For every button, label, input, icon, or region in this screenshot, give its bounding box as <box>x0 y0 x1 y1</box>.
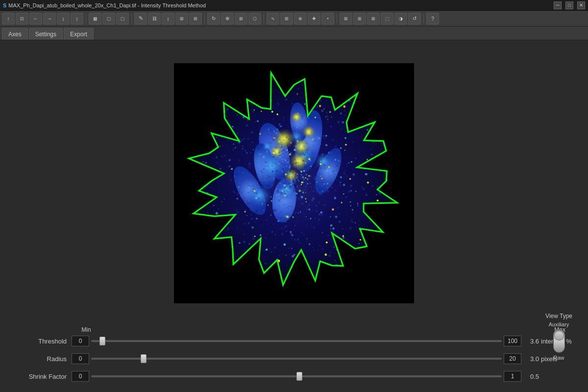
view-toggle[interactable] <box>553 329 565 353</box>
minimize-button[interactable]: ─ <box>554 1 562 9</box>
toolbar-rotate-ccw[interactable]: ↺ <box>408 13 421 24</box>
radius-max-input[interactable] <box>504 353 521 364</box>
toolbar-sep-2 <box>131 14 132 24</box>
toolbar-hexagon[interactable]: ⬡ <box>248 13 261 24</box>
threshold-value: 3.6 <box>521 338 541 345</box>
maximize-button[interactable]: □ <box>565 1 573 9</box>
titlebar-title: MAX_Ph_Dapi_atub_boiled_whole_20x_Ch1_Da… <box>8 2 206 8</box>
radius-slider-thumb[interactable] <box>141 354 147 363</box>
threshold-max-input[interactable] <box>504 336 521 346</box>
shrink-factor-value: 0.5 <box>521 373 541 380</box>
toolbar-box5[interactable]: ⬚ <box>381 13 393 24</box>
toolbar-box2[interactable]: ⊞ <box>340 13 352 24</box>
threshold-label: Threshold <box>8 338 72 345</box>
toolbar-sep-4 <box>264 14 264 24</box>
toolbar-help[interactable]: ? <box>426 13 439 24</box>
min-label: Min <box>76 326 96 333</box>
shrink-factor-min-input[interactable] <box>72 371 89 382</box>
toolbar-dot[interactable]: • <box>321 13 334 24</box>
toolbar-plus[interactable]: ⊕ <box>294 13 307 24</box>
toolbar-link[interactable]: ⛓ <box>148 13 161 24</box>
toolbar-pencil[interactable]: ✎ <box>134 13 147 24</box>
toolbar-halfcircle[interactable]: ◑ <box>394 13 407 24</box>
toolbar-pan-vert2[interactable]: ↕ <box>71 13 83 24</box>
microscope-image <box>174 63 414 303</box>
shrink-factor-slider-track[interactable] <box>91 375 502 377</box>
titlebar-left: S MAX_Ph_Dapi_atub_boiled_whole_20x_Ch1_… <box>3 2 206 8</box>
toolbar-up[interactable]: ↑ <box>2 13 15 24</box>
toolbar-grid[interactable]: ⊞ <box>175 13 188 24</box>
radius-slider-track[interactable] <box>91 358 502 360</box>
toolbar-zoom-fit[interactable]: ⊡ <box>16 13 28 24</box>
radius-min-input[interactable] <box>72 353 89 364</box>
threshold-row: Threshold 3.6 intensity % <box>8 334 580 348</box>
view-toggle-knob <box>554 331 564 341</box>
view-type-label: View Type <box>545 313 572 319</box>
toolbar-rect2[interactable]: □ <box>116 13 129 24</box>
view-auxiliary-label: Auxiliary <box>549 321 569 327</box>
toolbar-sep-5 <box>337 14 337 24</box>
toolbar-grid2[interactable]: ⊞ <box>189 13 202 24</box>
shrink-factor-row: Shrink Factor 0.5 <box>8 369 580 383</box>
titlebar: S MAX_Ph_Dapi_atub_boiled_whole_20x_Ch1_… <box>0 0 588 11</box>
view-type-panel: View Type Auxiliary Raw <box>545 313 572 361</box>
radius-row: Radius 3.0 pixels <box>8 352 580 366</box>
main-content: Min Max Threshold 3.6 intensity % Radius… <box>0 40 588 392</box>
view-raw-label: Raw <box>554 355 564 361</box>
toolbar: ↑ ⊡ ← → ↕ ↕ ▦ □ □ ✎ ⛓ ↕ ⊞ ⊞ ↻ ⊕ ⊞ ⬡ ∿ ⊞ … <box>0 11 588 26</box>
threshold-slider-track[interactable] <box>91 340 502 342</box>
toolbar-flip-vert[interactable]: ↕ <box>162 13 174 24</box>
toolbar-wave[interactable]: ∿ <box>267 13 279 24</box>
bio-canvas <box>174 63 414 303</box>
titlebar-icon: S <box>3 2 6 8</box>
toolbar-zoom-in[interactable]: ⊕ <box>221 13 234 24</box>
threshold-slider-thumb[interactable] <box>99 337 105 345</box>
toolbar-rect[interactable]: □ <box>102 13 115 24</box>
radius-label: Radius <box>8 355 72 363</box>
toolbar-rotate-cw[interactable]: ↻ <box>207 13 220 24</box>
toolbar-pan-vert[interactable]: ↕ <box>57 13 70 24</box>
toolbar-box3[interactable]: ⊞ <box>353 13 366 24</box>
tab-export[interactable]: Export <box>64 28 94 40</box>
toolbar-box4[interactable]: ⊞ <box>367 13 380 24</box>
image-container <box>0 44 588 322</box>
radius-value: 3.0 <box>521 355 541 363</box>
tab-settings[interactable]: Settings <box>29 28 63 40</box>
toolbar-sep-3 <box>204 14 205 24</box>
tabs: Axes Settings Export <box>0 26 588 40</box>
titlebar-controls: ─ □ ✕ <box>554 1 585 9</box>
threshold-min-input[interactable] <box>72 336 89 346</box>
toolbar-layers[interactable]: ▦ <box>89 13 101 24</box>
close-button[interactable]: ✕ <box>577 1 585 9</box>
shrink-factor-label: Shrink Factor <box>8 373 72 380</box>
tab-axes[interactable]: Axes <box>2 28 28 40</box>
toolbar-fit[interactable]: ⊞ <box>235 13 247 24</box>
toolbar-cross[interactable]: ✚ <box>308 13 320 24</box>
toolbar-sep-6 <box>423 14 424 24</box>
toolbar-pan-right[interactable]: → <box>43 13 56 24</box>
toolbar-sep-1 <box>86 14 86 24</box>
shrink-factor-max-input[interactable] <box>504 371 521 382</box>
toolbar-box[interactable]: ⊞ <box>280 13 293 24</box>
toolbar-pan-left[interactable]: ← <box>29 13 42 24</box>
shrink-factor-slider-thumb[interactable] <box>296 372 302 381</box>
controls-panel: Min Max Threshold 3.6 intensity % Radius… <box>0 322 588 392</box>
min-max-labels: Min Max <box>8 326 580 333</box>
